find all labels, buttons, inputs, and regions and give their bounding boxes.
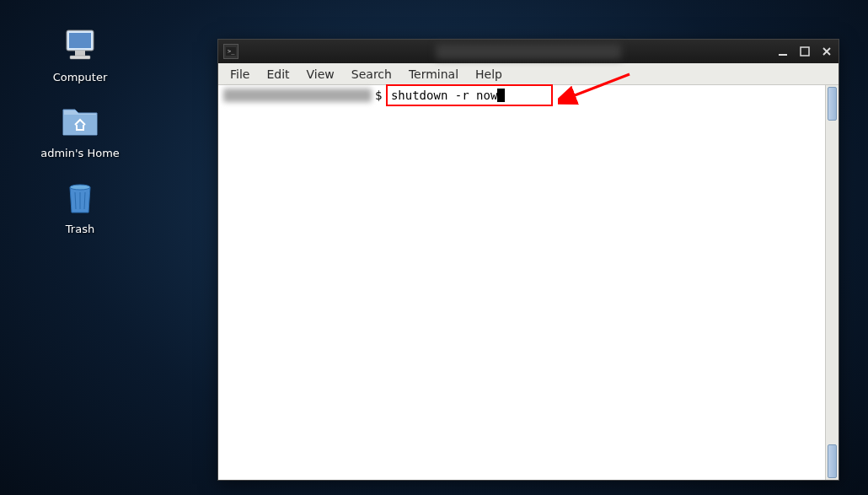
svg-point-4	[70, 185, 90, 190]
trash-icon	[60, 177, 100, 218]
desktop-icon-label: admin's Home	[40, 147, 120, 159]
scroll-thumb[interactable]	[828, 444, 837, 478]
desktop-icon-computer[interactable]: Computer	[34, 25, 126, 83]
home-folder-icon	[60, 101, 100, 142]
svg-rect-10	[779, 54, 787, 56]
computer-icon	[60, 25, 100, 66]
maximize-button[interactable]	[798, 45, 812, 58]
svg-rect-11	[801, 47, 809, 56]
svg-text:>_: >_	[228, 48, 235, 55]
svg-rect-3	[70, 56, 90, 59]
vertical-scrollbar[interactable]	[825, 85, 839, 480]
window-titlebar[interactable]: >_	[218, 40, 839, 63]
desktop-icon-home[interactable]: admin's Home	[34, 101, 126, 159]
svg-rect-2	[75, 51, 85, 56]
menu-search[interactable]: Search	[343, 65, 400, 83]
scroll-thumb[interactable]	[828, 87, 837, 121]
desktop-icon-label: Trash	[66, 223, 94, 235]
menu-view[interactable]: View	[298, 65, 343, 83]
command-text: shutdown -r now	[391, 89, 497, 102]
desktop-icon-trash[interactable]: Trash	[34, 177, 126, 235]
prompt-host-redacted	[223, 89, 372, 102]
svg-rect-1	[69, 33, 91, 48]
terminal-app-icon: >_	[223, 44, 238, 59]
prompt-symbol: $	[375, 89, 382, 102]
menu-help[interactable]: Help	[467, 65, 511, 83]
desktop-icon-label: Computer	[53, 71, 108, 83]
text-cursor	[497, 89, 505, 102]
menu-terminal[interactable]: Terminal	[400, 65, 467, 83]
menu-edit[interactable]: Edit	[258, 65, 297, 83]
menu-file[interactable]: File	[222, 65, 258, 83]
close-button[interactable]	[820, 45, 833, 58]
terminal-output[interactable]: $ shutdown -r now	[218, 85, 825, 480]
terminal-window: >_ File Edit View Search Terminal Help	[217, 39, 839, 481]
window-title-redacted	[436, 44, 621, 59]
menubar: File Edit View Search Terminal Help	[218, 63, 839, 85]
minimize-button[interactable]	[776, 45, 790, 58]
